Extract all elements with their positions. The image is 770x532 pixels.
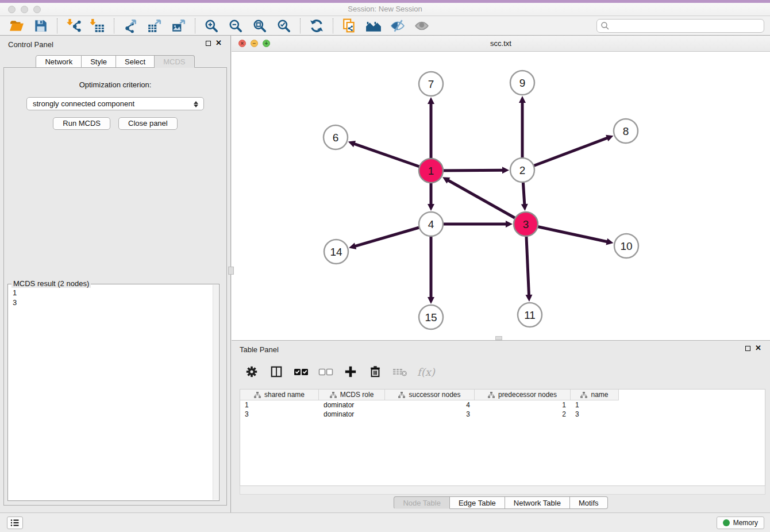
graph-node-10[interactable]: 10	[614, 234, 638, 258]
function-builder-icon[interactable]: f(x)	[417, 364, 435, 379]
show-column-icon[interactable]	[269, 364, 284, 379]
table-panel: Table Panel ✕ f(x) shared nameMCDS roles	[232, 340, 770, 512]
table-cell[interactable]: 3	[240, 410, 319, 419]
svg-text:6: 6	[333, 132, 339, 144]
column-header-MCDS-role[interactable]: MCDS role	[319, 390, 385, 400]
graph-node-11[interactable]: 11	[518, 303, 542, 327]
table-cell[interactable]: 1	[571, 400, 619, 410]
export-table-icon[interactable]	[146, 17, 163, 34]
zoom-in-icon[interactable]	[203, 17, 220, 34]
table-cell[interactable]: 4	[385, 400, 475, 410]
import-table-icon[interactable]	[89, 17, 106, 34]
tab-style[interactable]: Style	[82, 55, 116, 68]
tab-network-table[interactable]: Network Table	[505, 496, 570, 509]
delete-table-icon[interactable]	[392, 364, 407, 379]
app-titlebar: Session: New Session	[0, 3, 770, 16]
tab-network[interactable]: Network	[36, 55, 82, 68]
optimization-criterion-select[interactable]: strongly connected component	[26, 97, 204, 110]
search-input[interactable]	[610, 20, 760, 32]
graph-edge-2-8[interactable]	[522, 138, 608, 170]
save-session-icon[interactable]	[32, 17, 49, 34]
tab-edge-table[interactable]: Edge Table	[450, 496, 505, 509]
graph-node-9[interactable]: 9	[510, 71, 534, 95]
network-window-titlebar[interactable]: × − + scc.txt	[232, 36, 770, 52]
network-overview-icon[interactable]	[341, 17, 358, 34]
table-cell[interactable]: 3	[571, 410, 619, 419]
network-canvas[interactable]: 7968124314101511	[232, 52, 770, 340]
status-bar: Memory	[0, 512, 770, 532]
open-session-icon[interactable]	[8, 17, 25, 34]
graph-node-8[interactable]: 8	[614, 119, 638, 143]
apply-layout-icon[interactable]	[308, 17, 325, 34]
graph-edge-arrowhead	[349, 242, 356, 249]
table-cell[interactable]: 1	[475, 400, 571, 410]
graph-node-3[interactable]: 3	[514, 212, 538, 236]
tab-select[interactable]: Select	[116, 55, 155, 68]
control-panel-title: Control Panel	[8, 40, 53, 49]
float-panel-icon[interactable]	[206, 41, 211, 46]
mcds-result-text[interactable]: 1 3	[8, 286, 212, 500]
table-row[interactable]: 1dominator411	[240, 400, 765, 410]
graph-node-1[interactable]: 1	[419, 159, 443, 183]
zoom-fit-icon[interactable]	[251, 17, 268, 34]
graph-edge-arrowhead	[519, 96, 526, 103]
deselect-all-checks-icon[interactable]	[318, 364, 333, 379]
graph-node-15[interactable]: 15	[419, 305, 443, 329]
toolbar-separator	[300, 18, 301, 33]
mcds-result-box: MCDS result (2 nodes) 1 3	[7, 284, 220, 501]
import-network-icon[interactable]	[65, 17, 82, 34]
export-image-icon[interactable]	[170, 17, 187, 34]
graph-node-14[interactable]: 14	[324, 240, 348, 264]
column-header-shared-name[interactable]: shared name	[240, 390, 319, 400]
optimization-label: Optimization criterion:	[4, 80, 226, 89]
float-table-panel-icon[interactable]	[745, 346, 750, 351]
criterion-value: strongly connected component	[33, 99, 134, 108]
export-network-icon[interactable]	[122, 17, 139, 34]
table-cell[interactable]: 2	[475, 410, 571, 419]
column-header-successor-nodes[interactable]: successor nodes	[385, 390, 475, 400]
column-type-icon	[580, 392, 587, 398]
graph-edge-arrowhead	[521, 204, 528, 211]
delete-column-icon[interactable]	[368, 364, 383, 379]
birdseye-icon[interactable]	[413, 17, 430, 34]
close-panel-button[interactable]: Close panel	[118, 117, 178, 130]
graph-edge-arrowhead	[428, 97, 434, 104]
table-row[interactable]: 3dominator323	[240, 410, 765, 419]
graph-node-2[interactable]: 2	[510, 158, 534, 182]
close-table-panel-icon[interactable]: ✕	[755, 344, 761, 352]
tab-motifs[interactable]: Motifs	[570, 496, 608, 509]
vertical-splitter-grip[interactable]	[228, 267, 234, 275]
home-neighbors-icon[interactable]	[365, 17, 382, 34]
result-scrollbar[interactable]	[213, 285, 218, 500]
graph-edge-arrowhead	[428, 204, 434, 211]
hide-details-icon[interactable]	[389, 17, 406, 34]
graph-node-4[interactable]: 4	[419, 212, 443, 236]
tab-node-table[interactable]: Node Table	[394, 496, 450, 509]
zoom-selected-icon[interactable]	[275, 17, 292, 34]
table-cell[interactable]: dominator	[319, 400, 385, 410]
graph-node-6[interactable]: 6	[324, 125, 348, 149]
add-column-icon[interactable]	[343, 364, 358, 379]
table-scrollbar[interactable]	[240, 486, 765, 495]
memory-button[interactable]: Memory	[717, 516, 764, 529]
select-all-checks-icon[interactable]	[294, 364, 309, 379]
tab-mcds[interactable]: MCDS	[155, 55, 194, 68]
graph-edge-3-1[interactable]	[448, 180, 526, 224]
close-panel-icon[interactable]: ✕	[215, 38, 222, 47]
task-history-button[interactable]	[7, 516, 23, 529]
network-graph: 7968124314101511	[232, 52, 769, 340]
column-header-predecessor-nodes[interactable]: predecessor nodes	[475, 390, 571, 400]
run-mcds-button[interactable]: Run MCDS	[53, 117, 110, 130]
graph-edge-arrowhead	[506, 221, 513, 228]
column-header-name[interactable]: name	[571, 390, 619, 400]
table-cell[interactable]: 3	[385, 410, 475, 419]
horizontal-splitter-grip[interactable]	[495, 336, 502, 340]
settings-gear-icon[interactable]	[244, 364, 259, 379]
search-icon	[600, 21, 610, 30]
table-cell[interactable]: dominator	[319, 410, 385, 419]
zoom-out-icon[interactable]	[227, 17, 244, 34]
column-header-label: shared name	[264, 391, 305, 399]
table-cell[interactable]: 1	[240, 400, 319, 410]
graph-node-7[interactable]: 7	[419, 72, 443, 96]
toolbar-separator	[195, 18, 195, 33]
